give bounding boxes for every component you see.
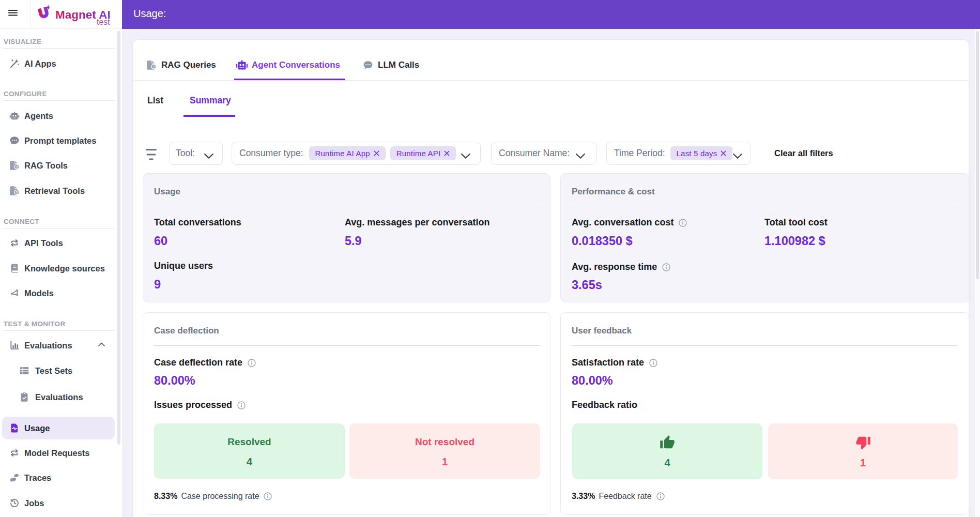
svg-text:?: ? <box>16 165 18 170</box>
svg-text:?: ? <box>152 65 155 69</box>
svg-text:?: ? <box>16 190 18 195</box>
